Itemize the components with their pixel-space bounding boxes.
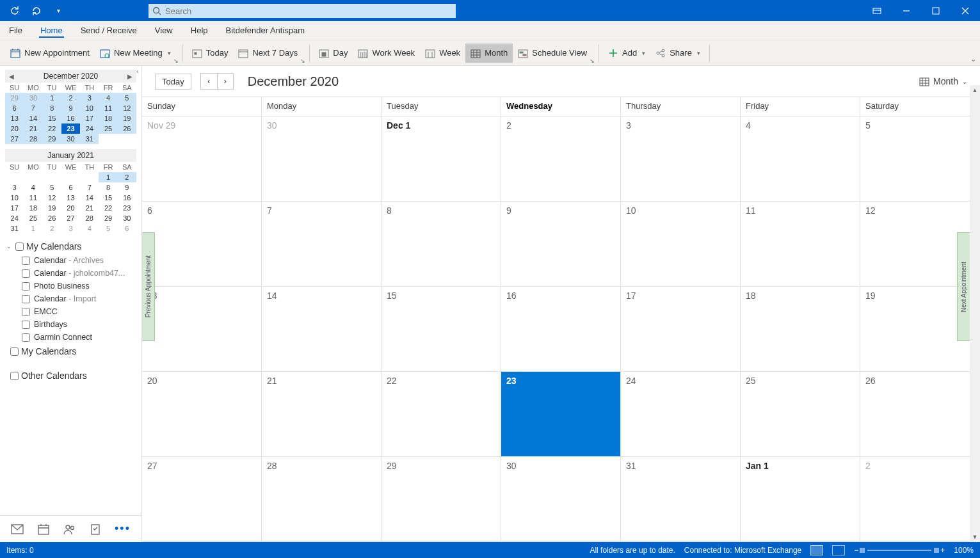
add-calendar-button[interactable]: Add ▾ — [603, 44, 650, 63]
minical-day[interactable]: 14 — [80, 193, 99, 203]
minical-day[interactable]: 1 — [99, 172, 117, 182]
minical-day[interactable]: 2 — [118, 172, 136, 182]
minical-day[interactable]: 30 — [61, 134, 80, 144]
calendar-checkbox[interactable] — [22, 282, 30, 291]
workweek-view-button[interactable]: Work Week — [353, 44, 420, 63]
minical-day[interactable]: 3 — [61, 223, 80, 234]
minical-day[interactable]: 31 — [5, 223, 24, 234]
calendar-cell[interactable]: Jan 1 — [741, 457, 860, 542]
calendar-group-my[interactable]: ⌄ My Calendars — [6, 239, 135, 254]
minical-day[interactable]: 10 — [5, 193, 24, 203]
minical-day[interactable]: 1 — [43, 93, 61, 103]
minical-day[interactable]: 4 — [24, 182, 42, 193]
mail-icon[interactable] — [7, 520, 28, 538]
ribbon-collapse-icon[interactable]: ⌄ — [970, 55, 976, 63]
calendar-item[interactable]: Photo Business — [6, 280, 135, 292]
minical-day[interactable]: 8 — [43, 103, 61, 113]
minical-day[interactable]: 21 — [24, 124, 42, 134]
calendar-item[interactable]: Calendar - jcholcomb47... — [6, 267, 135, 280]
calendar-cell[interactable]: 29 — [382, 457, 501, 542]
view-selector[interactable]: Month ⌄ — [919, 76, 967, 86]
group-launcher-icon[interactable]: ↘ — [300, 58, 305, 64]
calendar-item[interactable]: Calendar - Archives — [6, 254, 135, 267]
next-month-button[interactable]: › — [217, 73, 234, 90]
calendar-icon[interactable] — [34, 520, 53, 539]
share-calendar-button[interactable]: Share ▾ — [650, 44, 705, 63]
minical-day[interactable]: 20 — [61, 203, 80, 213]
undo-icon[interactable] — [28, 3, 45, 19]
calendar-checkbox[interactable] — [22, 321, 30, 329]
minical-day[interactable]: 25 — [99, 124, 117, 134]
maximize-button[interactable] — [921, 0, 951, 21]
minical-day[interactable]: 3 — [80, 93, 99, 103]
prev-appointment-tab[interactable]: Previous Appointment — [142, 232, 155, 341]
group-checkbox[interactable] — [10, 372, 19, 380]
zoom-in-icon[interactable]: + — [940, 546, 945, 555]
minical-day[interactable]: 4 — [99, 93, 117, 103]
minical-day[interactable]: 5 — [118, 93, 136, 103]
month-view-button[interactable]: Month — [465, 44, 513, 63]
minical-day[interactable]: 7 — [80, 182, 99, 193]
minical-day[interactable]: 20 — [5, 124, 24, 134]
calendar-cell[interactable]: 10 — [621, 202, 741, 287]
minical-day[interactable]: 21 — [80, 203, 99, 213]
minical-day[interactable]: 4 — [80, 223, 99, 234]
calendar-cell[interactable]: 31 — [621, 457, 741, 542]
calendar-cell[interactable]: 20 — [142, 372, 262, 457]
minical-day[interactable]: 29 — [99, 213, 117, 223]
schedule-view-button[interactable]: Schedule View — [513, 44, 592, 63]
minical-day[interactable]: 5 — [43, 182, 61, 193]
minical-day[interactable]: 24 — [5, 213, 24, 223]
minical-day[interactable]: 9 — [118, 182, 136, 193]
minical-day[interactable]: 24 — [80, 124, 99, 134]
calendar-cell[interactable]: 18 — [741, 287, 860, 372]
calendar-cell[interactable]: 27 — [142, 457, 262, 542]
next-appointment-tab[interactable]: Next Appointment — [957, 232, 970, 341]
minical-day[interactable]: 26 — [43, 213, 61, 223]
calendar-group-other[interactable]: Other Calendars — [6, 368, 135, 383]
menu-home[interactable]: Home — [39, 23, 64, 38]
calendar-cell[interactable]: 22 — [382, 372, 501, 457]
minical-day[interactable]: 13 — [61, 193, 80, 203]
qat-dropdown-icon[interactable]: ▾ — [50, 3, 67, 19]
minical-day[interactable]: 25 — [24, 213, 42, 223]
week-view-button[interactable]: Week — [420, 44, 465, 63]
minical-day[interactable]: 12 — [118, 103, 136, 113]
today-button[interactable]: Today — [187, 44, 234, 63]
calendar-checkbox[interactable] — [22, 308, 30, 316]
calendar-cell[interactable]: 2 — [501, 116, 621, 202]
minical-day[interactable]: 6 — [118, 223, 136, 234]
minical-day[interactable]: 16 — [61, 113, 80, 124]
goto-today-button[interactable]: Today — [155, 74, 191, 90]
calendar-item[interactable]: EMCC — [6, 305, 135, 318]
new-appointment-button[interactable]: New Appointment — [5, 44, 95, 63]
zoom-slider[interactable] — [867, 550, 931, 551]
new-meeting-button[interactable]: New Meeting ▾ — [95, 44, 176, 63]
minical-day[interactable]: 19 — [43, 203, 61, 213]
minical-day[interactable]: 17 — [5, 203, 24, 213]
calendar-item[interactable]: Calendar - Import — [6, 292, 135, 305]
minical-day[interactable]: 1 — [24, 223, 42, 234]
prev-month-button[interactable]: ‹ — [200, 73, 217, 90]
close-button[interactable] — [951, 0, 980, 21]
calendar-cell[interactable]: 14 — [262, 287, 382, 372]
minical-day[interactable]: 2 — [43, 223, 61, 234]
calendar-cell[interactable]: 30 — [501, 457, 621, 542]
minical-day[interactable]: 13 — [5, 113, 24, 124]
group-checkbox[interactable] — [10, 347, 19, 356]
calendar-cell[interactable]: 11 — [741, 202, 860, 287]
minimize-button[interactable] — [892, 0, 921, 21]
calendar-cell[interactable]: 6 — [142, 202, 262, 287]
calendar-checkbox[interactable] — [22, 257, 30, 265]
group-launcher-icon[interactable]: ↘ — [173, 58, 179, 64]
menu-help[interactable]: Help — [189, 23, 209, 38]
search-box[interactable] — [149, 4, 456, 18]
calendar-cell[interactable]: 30 — [262, 116, 382, 202]
day-view-button[interactable]: Day — [314, 44, 353, 63]
minical-day[interactable]: 11 — [24, 193, 42, 203]
minical-day[interactable]: 15 — [43, 113, 61, 124]
minical-day[interactable]: 5 — [99, 223, 117, 234]
menu-bitdefender-antispam[interactable]: Bitdefender Antispam — [225, 23, 307, 38]
minical-day[interactable]: 18 — [24, 203, 42, 213]
sync-icon[interactable] — [6, 3, 23, 19]
